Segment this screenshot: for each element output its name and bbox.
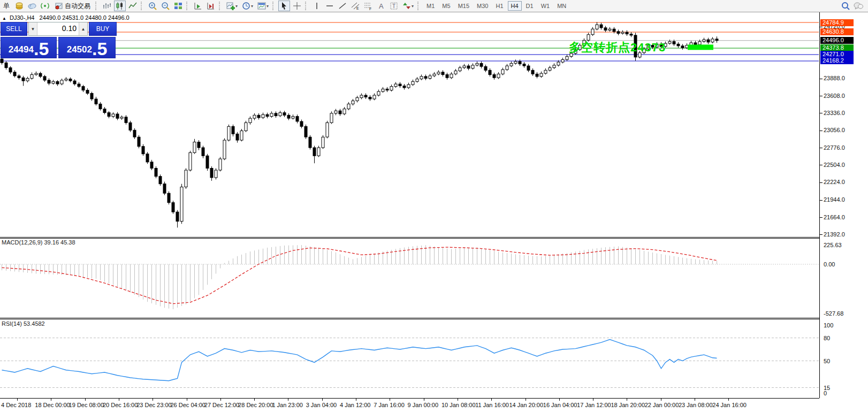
price-axis-tickmark bbox=[820, 200, 823, 201]
price-axis-tick: 22224.0 bbox=[824, 179, 845, 185]
time-axis-tickmark bbox=[288, 399, 288, 401]
price-axis-tick: 23888.0 bbox=[824, 75, 845, 81]
time-axis-tickmark bbox=[728, 399, 729, 401]
time-axis-tickmark bbox=[356, 399, 356, 401]
price-axis-tickmark bbox=[820, 165, 823, 165]
turning-point-annotation[interactable]: 多空转折点24373 bbox=[569, 40, 666, 56]
price-axis-tickmark bbox=[820, 182, 823, 183]
price-axis-tick: 21392.0 bbox=[824, 231, 845, 238]
time-axis-tickmark bbox=[119, 399, 119, 401]
panel-separator[interactable] bbox=[0, 318, 820, 319]
time-axis-tickmark bbox=[220, 399, 221, 401]
buy-price-fraction: .5 bbox=[92, 40, 107, 58]
sell-price-main: 24494 bbox=[9, 44, 34, 58]
price-axis-tickmark bbox=[820, 79, 823, 79]
sell-price-box[interactable]: 24494 .5 bbox=[1, 37, 57, 58]
time-axis-label: 9 Jan 00:00 bbox=[408, 402, 439, 408]
time-axis-label: 18 Dec 00:00 bbox=[35, 402, 70, 408]
time-axis-label: 20 Dec 16:00 bbox=[103, 402, 138, 408]
chart-ohlc-values: 24490.0 24531.0 24480.0 24496.0 bbox=[40, 14, 130, 21]
one-click-trading-panel: SELL ▼ 0.10 ▲ BUY 24494 .5 24502 .5 bbox=[1, 22, 117, 58]
volume-increase-button[interactable]: ▲ bbox=[79, 22, 87, 35]
macd-name: MACD(12,26,9) bbox=[2, 239, 42, 246]
time-axis-tickmark bbox=[559, 399, 560, 401]
macd-histogram bbox=[2, 245, 717, 309]
chart-symbol-period: DJ30-,H4 bbox=[10, 14, 34, 21]
rsi-axis-label: 0 bbox=[824, 390, 827, 396]
price-axis-tickmark bbox=[820, 217, 823, 218]
time-axis-label: 28 Dec 20:00 bbox=[238, 402, 273, 408]
price-axis-tickmark bbox=[820, 148, 823, 148]
macd-axis-label: -527.68 bbox=[824, 310, 843, 317]
time-axis-tickmark bbox=[627, 399, 627, 401]
price-axis-tick: 23056.0 bbox=[824, 127, 845, 133]
volume-decrease-button[interactable]: ▼ bbox=[29, 22, 37, 35]
time-axis-label: 27 Dec 12:00 bbox=[204, 402, 239, 408]
rsi-axis-label: 50 bbox=[824, 358, 830, 364]
price-axis-tickmark bbox=[820, 113, 823, 113]
time-axis-label: 16 Jan 04:00 bbox=[543, 402, 577, 408]
time-axis-tickmark bbox=[593, 399, 593, 401]
time-axis-label: 22 Jan 00:00 bbox=[645, 402, 679, 408]
time-axis-label: 17 Jan 12:00 bbox=[577, 402, 611, 408]
price-axis-tick: 22504.0 bbox=[824, 162, 845, 168]
time-axis-label: 7 Jan 16:00 bbox=[374, 402, 405, 408]
macd-values: 39.16 45.38 bbox=[44, 239, 75, 246]
chart-canvas bbox=[0, 0, 868, 413]
time-axis-label: 10 Jan 08:00 bbox=[441, 402, 476, 408]
rsi-axis-label: 100 bbox=[824, 322, 833, 328]
highlight-rectangle-object[interactable] bbox=[688, 44, 713, 50]
time-axis-tickmark bbox=[390, 399, 390, 401]
macd-axis-label: 225.63 bbox=[824, 242, 842, 248]
time-axis-tickmark bbox=[695, 399, 695, 401]
macd-axis-label: 0.00 bbox=[824, 261, 835, 267]
time-axis-label: 19 Dec 08:00 bbox=[69, 402, 104, 408]
price-axis-tickmark bbox=[820, 131, 823, 131]
rsi-value: 53.4582 bbox=[24, 320, 45, 327]
time-axis-label: 14 Jan 20:00 bbox=[509, 402, 544, 408]
price-label-chip: 24496.0 bbox=[820, 37, 854, 44]
volume-input[interactable]: 0.10 bbox=[37, 22, 79, 35]
time-axis-tickmark bbox=[322, 399, 323, 401]
time-axis-tickmark bbox=[153, 399, 153, 401]
collapse-triangle-icon[interactable]: ▲ bbox=[2, 16, 6, 21]
time-axis-tickmark bbox=[254, 399, 255, 401]
chart-title: ▲ DJ30-,H4 24490.0 24531.0 24480.0 24496… bbox=[2, 14, 130, 21]
time-axis-label: 1 Jan 23:00 bbox=[272, 402, 303, 408]
buy-price-box[interactable]: 24502 .5 bbox=[58, 37, 116, 58]
sell-button[interactable]: SELL bbox=[1, 22, 27, 36]
rsi-name: RSI(14) bbox=[2, 320, 22, 327]
price-axis-tickmark bbox=[820, 234, 823, 235]
time-axis-label: 23 Jan 08:00 bbox=[679, 402, 713, 408]
time-axis-tickmark bbox=[491, 399, 492, 401]
price-axis-border bbox=[819, 12, 820, 398]
time-axis-tickmark bbox=[17, 399, 18, 401]
time-axis-tickmark bbox=[187, 399, 187, 401]
rsi-axis-label: 80 bbox=[824, 335, 830, 341]
time-axis-tickmark bbox=[458, 399, 458, 401]
time-axis-tickmark bbox=[661, 399, 661, 401]
time-axis-label: 26 Dec 04:00 bbox=[171, 402, 205, 408]
price-axis-tick: 22776.0 bbox=[824, 144, 845, 151]
time-axis-tickmark bbox=[85, 399, 86, 401]
panel-separator[interactable] bbox=[0, 237, 820, 239]
time-axis-tickmark bbox=[526, 399, 526, 401]
rsi-line bbox=[2, 340, 717, 381]
buy-price-main: 24502 bbox=[67, 44, 92, 58]
time-axis-label: 23 Dec 23:00 bbox=[136, 402, 171, 408]
rsi-label: RSI(14) 53.4582 bbox=[2, 320, 45, 327]
price-axis-tick: 23336.0 bbox=[824, 110, 845, 116]
volume-stepper: ▼ 0.10 ▲ bbox=[28, 22, 88, 36]
time-axis-label: 4 Jan 12:00 bbox=[340, 402, 371, 408]
time-axis-border bbox=[0, 398, 819, 399]
price-axis-tickmark bbox=[820, 96, 823, 96]
buy-button[interactable]: BUY bbox=[89, 22, 117, 36]
sell-price-fraction: .5 bbox=[34, 40, 49, 58]
price-axis-tick: 21944.0 bbox=[824, 196, 845, 203]
time-axis-label: 11 Jan 16:00 bbox=[475, 402, 509, 408]
time-axis-label: 24 Jan 16:00 bbox=[712, 402, 747, 408]
time-axis-label: 4 Dec 2018 bbox=[1, 402, 31, 408]
price-label-chip: 24784.9 bbox=[820, 19, 854, 26]
time-axis-label: 3 Jan 04:00 bbox=[306, 402, 337, 408]
price-label-chip: 24630.8 bbox=[820, 28, 854, 35]
